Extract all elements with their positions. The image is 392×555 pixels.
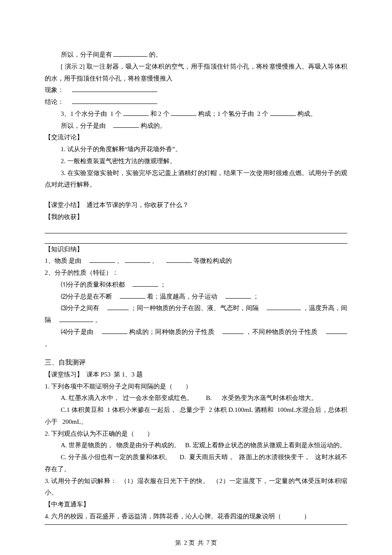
heading-knowledge: 【知识归纳】 xyxy=(45,244,347,256)
blank xyxy=(59,322,93,322)
molecule-made-of: 所以，分子是由 构成的。 xyxy=(45,120,347,132)
blank xyxy=(123,115,149,116)
discuss-1: 1. 试从分子的角度解释“墙内开花墙外香”。 xyxy=(45,144,347,155)
question-2-options-cd: C. 分子虽小但也有一定的质量和体积。 D. 夏天雨后天晴， 路面上的水渍很快变… xyxy=(45,451,347,475)
question-4: 4. 六月的校园，百花盛开，香远益清，阵阵花香，沁人心脾。花香四溢的现象说明（ … xyxy=(45,511,347,523)
writing-line xyxy=(45,223,347,233)
blank xyxy=(166,262,192,263)
blank xyxy=(120,298,145,299)
page-footer: 第 2 页 共 7 页 xyxy=(45,538,347,549)
phenomenon-line: 现象： xyxy=(45,84,347,96)
discuss-2: 2. 一般检查装置气密性方法的微观理解。 xyxy=(45,155,347,167)
blank xyxy=(225,298,251,299)
question-1-options-cd: C.1 体积黄豆和 1 体积小米掺在一起后， 总量少于 2 体积 D.100mL… xyxy=(45,404,347,428)
blank xyxy=(267,310,301,310)
heading-self-test: 三、自我测评 xyxy=(45,356,347,369)
conclusion-line: 结论： xyxy=(45,96,347,108)
bottom-rule xyxy=(45,524,347,525)
knowledge-2-3: ⑶分子之间有 ；同一种物质的分子在固、液、气态时，间隔 ，温度升高，间隔 。 xyxy=(45,302,347,326)
question-2-options-ab: A. 世界是物质的， 物质是由分子构成的。 B. 宏观上看静止状态的物质从微观上… xyxy=(45,440,347,451)
blank xyxy=(102,334,127,334)
blank xyxy=(125,262,150,263)
heading-discuss: 【交流讨论】 xyxy=(45,132,347,144)
blank xyxy=(270,115,296,116)
blank xyxy=(171,115,196,116)
writing-line xyxy=(45,233,347,244)
blank xyxy=(107,310,129,310)
knowledge-2-1: ⑴分子的质量和体积都 ； xyxy=(45,279,347,291)
line-molecule-gap: 所以，分子间是有 的。 xyxy=(45,49,347,61)
blank xyxy=(89,262,115,263)
heading-my-gain: 【我的收获】 xyxy=(45,211,347,223)
blank xyxy=(113,127,139,128)
heading-summary: 【课堂小结】 通过本节课的学习，你收获了什么？ xyxy=(45,199,347,211)
knowledge-2: 2、分子的性质（特征）： xyxy=(45,267,347,279)
heading-class-exercise: 【课堂练习】 课本 P53 第 1、3 题 xyxy=(45,369,347,381)
knowledge-1: 1、物质 是由 、 、 等微粒构成的 xyxy=(45,255,347,267)
blank xyxy=(133,286,158,287)
question-2: 2. 下列观点你认为不正确的是（ ） xyxy=(45,428,347,440)
question-1-options-ab: A. 红墨水滴入水中， 过一会水全部变成红色。 B. 水受热变为水蒸气时体积会增… xyxy=(45,392,347,404)
blank xyxy=(72,104,157,104)
knowledge-2-4: ⑷分子是由 构成的；同种物质的分子性质 ，不同种物质的分子性质 。 xyxy=(45,326,347,350)
molecule-composition: 3、1 个水分子由 1 个 和 2 个 构成；1 个氢分子由 2 个 构成。 xyxy=(45,108,347,120)
demo2-text: [ 演示 2] 取一注射器，吸入一定体积的空气，用手指顶住针筒小孔，将栓塞慢慢推… xyxy=(45,61,347,85)
blank xyxy=(72,92,157,92)
knowledge-2-2: ⑵分子总是在不断 着；温度越高，分子运动 ； xyxy=(45,291,347,303)
heading-exam-express: 【中考直通车】 xyxy=(45,499,347,511)
question-1: 1. 下列各项中不能证明分子之间有间隔的是（ ） xyxy=(45,381,347,393)
blank xyxy=(222,334,244,334)
blank xyxy=(113,56,147,57)
discuss-3: 3. 在实验室做实验时，实验完毕忘记盖上酒精灯的灯帽，结果下一次使用时很难点燃。… xyxy=(45,167,347,191)
question-3: 3. 试用分子的知识解释： （1）湿衣服在日光下干的快。 （2）一定温度下，一定… xyxy=(45,475,347,499)
blank xyxy=(326,334,347,334)
